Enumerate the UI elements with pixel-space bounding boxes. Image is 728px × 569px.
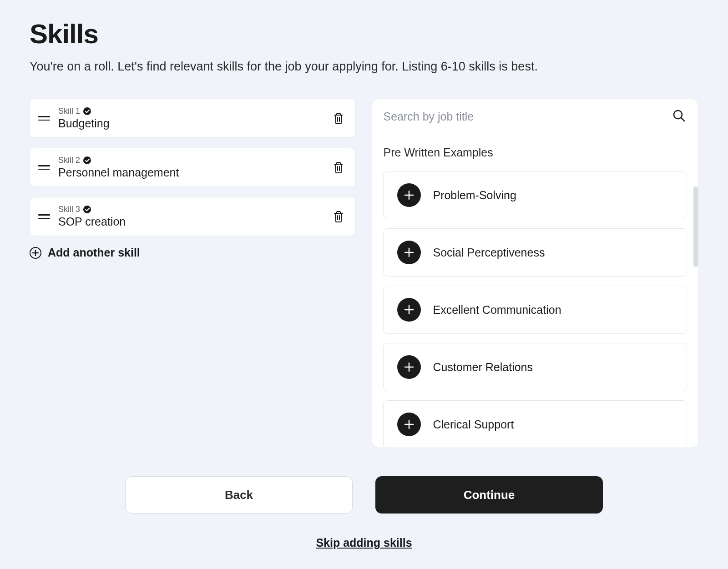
delete-skill-button[interactable] <box>332 161 345 173</box>
delete-skill-button[interactable] <box>332 112 345 124</box>
scrollbar-thumb[interactable] <box>693 186 698 267</box>
page-title: Skills <box>30 18 698 50</box>
skill-card: Skill 3 SOP creation <box>30 197 356 236</box>
trash-icon <box>333 112 344 124</box>
plus-icon <box>397 183 421 207</box>
delete-skill-button[interactable] <box>332 211 345 222</box>
example-card[interactable]: Customer Relations <box>383 343 687 391</box>
skill-value[interactable]: SOP creation <box>58 215 324 228</box>
check-icon <box>83 156 91 164</box>
search-input[interactable] <box>383 110 672 123</box>
skill-card: Skill 2 Personnel management <box>30 148 356 187</box>
example-label: Social Perceptiveness <box>433 246 545 259</box>
examples-panel: Pre Written Examples Problem-Solving Soc… <box>372 99 698 448</box>
example-card[interactable]: Excellent Communication <box>383 286 687 334</box>
continue-button[interactable]: Continue <box>375 476 603 514</box>
check-icon <box>83 107 91 115</box>
skill-value[interactable]: Budgeting <box>58 117 324 130</box>
plus-icon <box>397 298 421 322</box>
example-label: Problem-Solving <box>433 189 516 202</box>
add-skill-label: Add another skill <box>48 246 140 259</box>
example-label: Excellent Communication <box>433 303 561 317</box>
search-icon[interactable] <box>672 109 685 124</box>
skill-label: Skill 1 <box>58 106 80 116</box>
check-icon <box>83 206 91 213</box>
trash-icon <box>333 211 344 222</box>
trash-icon <box>333 161 344 173</box>
drag-handle-icon[interactable] <box>38 116 50 121</box>
page-subtitle: You're on a roll. Let's find relevant sk… <box>30 60 698 74</box>
drag-handle-icon[interactable] <box>38 214 50 219</box>
example-card[interactable]: Problem-Solving <box>383 171 687 219</box>
skill-label: Skill 3 <box>58 205 80 214</box>
add-skill-button[interactable]: Add another skill <box>30 246 356 259</box>
skill-card: Skill 1 Budgeting <box>30 99 356 138</box>
skill-label: Skill 2 <box>58 156 80 165</box>
drag-handle-icon[interactable] <box>38 165 50 170</box>
plus-circle-icon <box>30 247 41 259</box>
example-card[interactable]: Clerical Support <box>383 400 687 448</box>
back-button[interactable]: Back <box>125 476 353 514</box>
examples-heading: Pre Written Examples <box>383 146 687 159</box>
skill-value[interactable]: Personnel management <box>58 166 324 179</box>
example-label: Customer Relations <box>433 361 533 374</box>
plus-icon <box>397 355 421 379</box>
example-card[interactable]: Social Perceptiveness <box>383 228 687 277</box>
plus-icon <box>397 413 421 436</box>
plus-icon <box>397 241 421 264</box>
example-label: Clerical Support <box>433 418 514 431</box>
skills-list: Skill 1 Budgeting Skill 2 <box>30 99 356 448</box>
skip-link[interactable]: Skip adding skills <box>316 536 412 549</box>
